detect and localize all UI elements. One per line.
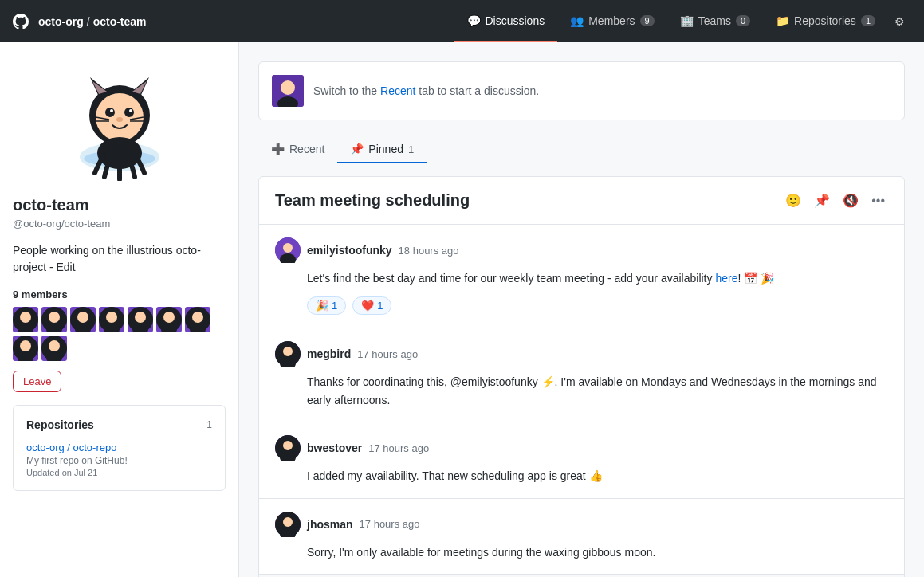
comment-2-time: 17 hours ago [368,442,429,454]
reaction-heart[interactable]: ❤️ 1 [352,296,391,315]
reaction-party[interactable]: 🎉 1 [307,296,346,315]
layout: octo-team @octo-org/octo-team People wor… [0,42,924,577]
tab-pinned-label: Pinned [368,143,403,155]
comment-1: megbird 17 hours ago Thanks for coordina… [259,328,904,422]
comment-2-meta: bwestover 17 hours ago [275,435,888,461]
org-link[interactable]: octo-org [38,15,84,28]
main-content: Switch to the Recent tab to start a disc… [239,42,924,577]
team-link[interactable]: octo-team [93,15,147,28]
svg-point-43 [49,340,60,351]
tab-teams[interactable]: 🏢 Teams 0 [667,0,763,42]
op-author: emilyistoofunky [307,244,392,257]
heart-emoji: ❤️ [361,300,374,312]
comment-2-avatar [275,435,301,461]
heart-count: 1 [377,300,383,312]
members-badge: 9 [640,15,655,26]
repositories-badge: 1 [861,15,875,26]
emoji-button[interactable]: 🙂 [782,190,804,211]
svg-point-58 [283,517,293,527]
svg-point-11 [129,109,132,112]
team-avatar-container [13,61,226,183]
comment-1-meta: megbird 17 hours ago [275,341,888,367]
member-avatar-6[interactable] [156,307,182,332]
svg-point-52 [283,347,293,356]
github-logo-icon [13,14,29,29]
pin-button[interactable]: 📌 [811,190,833,211]
op-meta: emilyistoofunky 18 hours ago [275,237,888,263]
more-button[interactable]: ••• [868,190,888,211]
repo-description: My first repo on GitHub! [26,455,212,466]
comment-3-body: Sorry, I'm only available for meetings d… [307,544,888,561]
members-grid [13,307,226,361]
member-avatar-9[interactable] [41,336,67,361]
member-avatar-5[interactable] [128,307,153,332]
svg-point-28 [106,312,117,323]
member-avatar-8[interactable] [13,336,38,361]
party-emoji: 🎉 [316,300,328,312]
info-banner-post-text: tab to start a discussion. [415,84,539,97]
discussions-icon: 💬 [467,14,481,27]
reactions: 🎉 1 ❤️ 1 [307,296,888,315]
svg-point-25 [77,312,88,323]
member-avatar-3[interactable] [70,307,96,332]
pinned-count: 1 [408,143,414,155]
member-avatar-1[interactable] [13,307,38,332]
svg-point-12 [116,117,123,122]
tab-discussions-label: Discussions [486,14,545,27]
tab-recent[interactable]: ➕ Recent [258,136,337,163]
svg-point-31 [135,312,146,323]
discussion-title: Team meeting scheduling [275,191,470,210]
repositories-section: Repositories 1 octo-org / octo-repo My f… [13,405,226,491]
op-time: 18 hours ago [399,245,459,257]
svg-point-34 [163,312,175,323]
svg-point-40 [20,340,31,351]
repos-count: 1 [206,419,212,430]
svg-point-37 [192,312,203,323]
original-post: emilyistoofunky 18 hours ago Let's find … [259,225,904,328]
recent-link[interactable]: Recent [380,84,415,97]
leave-button[interactable]: Leave [13,371,61,392]
settings-button[interactable]: ⚙ [888,0,911,42]
team-handle: @octo-org/octo-team [13,218,226,230]
comment-3-meta: jhosman 17 hours ago [275,512,888,537]
info-banner: Switch to the Recent tab to start a disc… [258,61,905,120]
content-area: Switch to the Recent tab to start a disc… [239,42,924,577]
top-nav-tabs: 💬 Discussions 👥 Members 9 🏢 Teams 0 📁 Re… [454,0,912,42]
discussion-tabs: ➕ Recent 📌 Pinned 1 [258,136,905,163]
repo-link[interactable]: octo-org / octo-repo [26,442,116,453]
discussion-post: Team meeting scheduling 🙂 📌 🔇 ••• [258,176,905,577]
members-section: 9 members [13,288,226,392]
tab-members[interactable]: 👥 Members 9 [557,0,666,42]
svg-point-49 [283,243,293,253]
pin-icon: 📌 [350,143,364,155]
comment-3: jhosman 17 hours ago Sorry, I'm only ava… [259,499,904,575]
discussion-actions: 🙂 📌 🔇 ••• [782,190,888,211]
comment-3-time: 17 hours ago [360,518,420,530]
comment-3-avatar [275,512,301,537]
octocat-avatar [60,61,179,181]
members-title: 9 members [13,288,226,300]
op-avatar [275,237,301,263]
discussion-header: Team meeting scheduling 🙂 📌 🔇 ••• [259,177,904,225]
member-avatar-7[interactable] [185,307,210,332]
comment-2-author: bwestover [307,442,362,454]
svg-point-55 [283,441,293,450]
member-avatar-4[interactable] [99,307,124,332]
tab-discussions[interactable]: 💬 Discussions [454,0,558,42]
breadcrumb: octo-org / octo-team [13,14,147,29]
member-avatar-2[interactable] [41,307,67,332]
repos-title: Repositories [26,418,94,431]
here-link[interactable]: here [715,272,737,285]
tab-pinned[interactable]: 📌 Pinned 1 [337,136,427,163]
banner-avatar [272,75,304,107]
mute-button[interactable]: 🔇 [839,190,862,211]
repos-header: Repositories 1 [26,418,212,431]
repo-item: octo-org / octo-repo My first repo on Gi… [26,441,212,477]
comment-1-body: Thanks for coordinating this, @emilyisto… [307,373,888,409]
svg-point-10 [110,109,113,112]
tab-members-label: Members [588,14,635,27]
recent-icon: ➕ [271,143,285,155]
teams-badge: 0 [736,15,750,26]
tab-repositories[interactable]: 📁 Repositories 1 [763,0,888,42]
info-banner-pre-text: Switch to the [313,84,380,97]
